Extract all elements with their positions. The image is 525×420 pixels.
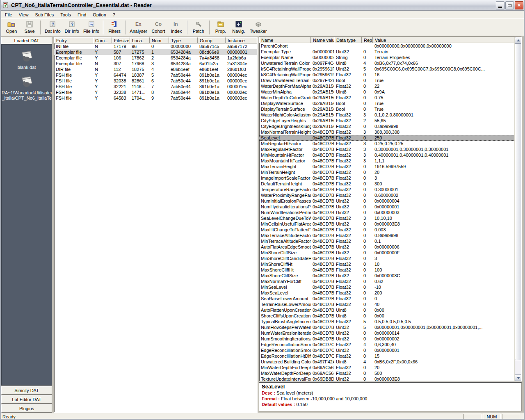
scroll-up-button[interactable] bbox=[515, 37, 522, 43]
menu-item[interactable]: ? bbox=[110, 11, 119, 18]
table-row[interactable]: Unwatered Building Color 0x497F42A4 Uint… bbox=[259, 359, 515, 365]
index-button[interactable]: In Index bbox=[167, 20, 185, 35]
table-row[interactable]: WaterDepthToColorGradientF... 0x29AB15C2… bbox=[259, 95, 515, 100]
table-row[interactable]: DisplayWaterSurface 0x29AB15C3 Bool 0 Tr… bbox=[259, 100, 515, 106]
table-row[interactable]: MaxMountainHtFactor 0x48CD7B25 Float32 3… bbox=[259, 158, 515, 164]
loaded-dat-item[interactable]: blank dat bbox=[2, 50, 52, 70]
table-row[interactable]: FSH file Y 32338 1471... 8 7ab50e44 891b… bbox=[54, 89, 257, 95]
table-row[interactable]: NumFlowStepsPerWaterErosi... 0x48CD7BF1 … bbox=[259, 324, 515, 330]
menu-item[interactable]: Sub Files bbox=[32, 11, 57, 18]
table-row[interactable]: DefaultTerrainHeight 0x48CD7B2A Float32 … bbox=[259, 181, 515, 187]
table-row[interactable]: ParentCohort 0x00000000,0x00000000,0x000… bbox=[259, 43, 515, 49]
sidebar-button[interactable]: Lot Editor DAT bbox=[1, 395, 52, 404]
table-row[interactable]: CityEdgeBrightnessKludgeFa... 0x29AB15C7… bbox=[259, 123, 515, 129]
table-row[interactable]: NumInitialErosionPasses 0x48CD7B40 Uint3… bbox=[259, 198, 515, 204]
table-row[interactable]: MaxTerraceAltitudeFactor 0x48CD7B52 Floa… bbox=[259, 233, 515, 238]
table-row[interactable]: TextureUpdateIntervalForTerr... 0x69DB8D… bbox=[259, 376, 515, 381]
table-row[interactable]: AutoFlattenUponCreation 0x48CD7B80 Uint8… bbox=[259, 307, 515, 313]
analyser-button[interactable]: Ex Analyser bbox=[128, 20, 149, 35]
restore-button[interactable] bbox=[505, 1, 514, 9]
table-row[interactable]: MaxNormalTerrainHeight 0x48CD7B20 Float3… bbox=[259, 129, 515, 135]
table-row[interactable]: NumWaterErosionIterationsP... 0x48CD7BF2… bbox=[259, 330, 515, 336]
table-row[interactable]: Unwatered Terrain Color 0x097F4C4E Uint8… bbox=[259, 60, 515, 66]
column-header[interactable]: Instance bbox=[226, 37, 257, 43]
menu-item[interactable]: Find bbox=[74, 11, 89, 18]
table-row[interactable]: MinRegularHtFactor 0x48CD7B22 Float32 3 … bbox=[259, 141, 515, 146]
table-row[interactable]: TemperatureRangeFactor 0x48CD7B30 Float3… bbox=[259, 187, 515, 192]
table-row[interactable]: MinShoreCliffSize 0x48CD7B60 Uint32 0 0x… bbox=[259, 250, 515, 256]
patch-button[interactable]: Patch bbox=[189, 20, 208, 35]
vertical-scrollbar[interactable] bbox=[514, 37, 521, 381]
table-row[interactable]: FSH file Y 32221 1148... 7 7ab50e44 891b… bbox=[54, 84, 257, 89]
cohort-button[interactable]: Co Cohort bbox=[149, 20, 167, 35]
table-row[interactable]: SeaLevel 0x48CD7B21 Float32 0 250 bbox=[259, 135, 515, 141]
column-header[interactable]: Name value bbox=[311, 37, 334, 43]
dir-info-button[interactable]: ? Dir Info bbox=[63, 20, 81, 35]
table-row[interactable]: MinWaterDepthForDeepSea... 0x69AC5640 Fl… bbox=[259, 365, 515, 370]
column-header[interactable]: Name bbox=[259, 37, 311, 43]
open-button[interactable]: Open bbox=[2, 20, 21, 35]
table-row[interactable]: TypicalBrushAngleIncrement 0x48CD7BA0 Fl… bbox=[259, 319, 515, 324]
menu-item[interactable]: Tools bbox=[57, 11, 74, 18]
table-row[interactable]: SeaLevelChangeDueToWate... 0x48CD7B43 Fl… bbox=[259, 215, 515, 221]
table-row[interactable]: MinTerrainHeight 0x48CD7B27 Float32 0 20 bbox=[259, 169, 515, 175]
column-header[interactable]: Com... bbox=[93, 37, 112, 43]
column-header[interactable]: Filesize bbox=[112, 37, 130, 43]
table-row[interactable]: NumHydraulicIterationsPerIniti... 0x48CD… bbox=[259, 204, 515, 210]
table-row[interactable]: WaterDepthForMaxAlpha 0x29AB15C0 Float32… bbox=[259, 83, 515, 89]
table-row[interactable]: DIR file N 112 18275 4 e86b1eef e86b1eef… bbox=[54, 66, 257, 72]
table-row[interactable]: MaxSeaLevel 0x48CD7B71 Float32 0 200 bbox=[259, 290, 515, 296]
table-row[interactable]: NumWindIterationsPerInitialEr... 0x48CD7… bbox=[259, 210, 515, 215]
table-row[interactable]: MaxHtChangeToFlattenFactor 0x48CD7B51 Fl… bbox=[259, 227, 515, 233]
table-row[interactable]: kSC4RetainingWallProperty... 0x295961F2 … bbox=[259, 66, 515, 72]
column-header[interactable]: Type bbox=[169, 37, 198, 43]
table-row[interactable]: AutoFlatAreaEdgeSmootheni... 0x48CD7B54 … bbox=[259, 244, 515, 250]
table-row[interactable]: INI file N 17179 96 0 00000000 8a5971c5 … bbox=[54, 43, 257, 49]
table-row[interactable]: Exemplar Name 0x00000020 String 0 Terrai… bbox=[259, 55, 515, 60]
sidebar-button[interactable]: Plugins bbox=[1, 404, 52, 413]
filters-button[interactable]: Filters bbox=[105, 20, 123, 35]
table-row[interactable]: DisplayTerrainSurface 0x29AB15C4 Bool 0 … bbox=[259, 106, 515, 112]
table-row[interactable]: ShoreCliffsUponCreation 0x48CD7B81 Uint8… bbox=[259, 313, 515, 319]
close-button[interactable]: × bbox=[515, 1, 523, 9]
table-row[interactable]: MinShoreCliffCandidateHt 0x48CD7B61 Floa… bbox=[259, 256, 515, 261]
save-button[interactable]: Save bbox=[21, 20, 39, 35]
table-row[interactable]: MaxWaterDepthForDeepSea... 0x69AC5641 Fl… bbox=[259, 370, 515, 376]
table-row[interactable]: TerrainRaiseLowerAmount 0x48CD7B73 Float… bbox=[259, 301, 515, 307]
menu-item[interactable]: View bbox=[16, 11, 32, 18]
dat-info-button[interactable]: ? Dat Info bbox=[43, 20, 63, 35]
table-row[interactable]: kSC4RetainingWallProperty... 0x295961F3 … bbox=[259, 72, 515, 78]
table-row[interactable]: Draw Unwatered Terrain Cell ... 0x297F42… bbox=[259, 78, 515, 83]
navigator-button[interactable]: Navig. bbox=[230, 20, 248, 35]
loaded-dat-item[interactable]: RA~1\Wanadoo\Utilisateu _Italia\CPT_No6_… bbox=[2, 76, 52, 101]
column-header[interactable]: Group bbox=[198, 37, 226, 43]
table-row[interactable]: WaterNightColorAdjustment 0x29AB15C5 Flo… bbox=[259, 112, 515, 118]
table-row[interactable]: MinSeaLevel 0x48CD7B70 Float32 0 -10 bbox=[259, 284, 515, 290]
column-header[interactable]: Value bbox=[373, 37, 515, 43]
column-header[interactable]: Rep bbox=[362, 37, 373, 43]
table-row[interactable]: MinTerraceAltitudeFactor 0x48CD7B53 Floa… bbox=[259, 238, 515, 244]
table-row[interactable]: CityEdgeLayerHeights 0x29AB15C6 Float32 … bbox=[259, 118, 515, 123]
table-row[interactable]: EdgeReconcilliationHtDiffere... 0x48CD7C… bbox=[259, 353, 515, 359]
table-row[interactable]: FSH file Y 32038 82861 6 7ab50e44 891b0e… bbox=[54, 78, 257, 84]
table-row[interactable]: EdgeReconcilliationSmoothin... 0x48CD7C0… bbox=[259, 342, 515, 347]
table-row[interactable]: SeaRaiseLowerAmount 0x48CD7B72 Float32 0… bbox=[259, 296, 515, 301]
table-row[interactable]: Exemplar file Y 587 17275 1 6534284a 88c… bbox=[54, 49, 257, 55]
scroll-down-button[interactable] bbox=[515, 374, 522, 381]
column-header[interactable]: Num bbox=[150, 37, 169, 43]
table-row[interactable]: MaxShoreCliffHt 0x48CD7B63 Float32 0 100 bbox=[259, 267, 515, 273]
table-row[interactable]: EdgeReconcilliationSmoothin... 0x48CD7C0… bbox=[259, 347, 515, 353]
table-row[interactable]: Exemplar file Y 106 17862 2 6534284a 7a4… bbox=[54, 55, 257, 61]
menu-item[interactable]: File bbox=[2, 11, 16, 18]
file-info-button[interactable]: ? File Info bbox=[81, 20, 101, 35]
table-row[interactable]: Exemplar Type 0x00000010 Uint32 0 Terrai… bbox=[259, 49, 515, 55]
properties-button[interactable]: Prop. bbox=[212, 20, 230, 35]
table-row[interactable]: MinCellsInUsefulFlatArea 0x48CD7B50 Uint… bbox=[259, 221, 515, 227]
table-row[interactable]: MaxTerrainHeight 0x48CD7B26 Float32 0 19… bbox=[259, 164, 515, 169]
menu-item[interactable]: Option bbox=[89, 11, 109, 18]
tweaker-button[interactable]: Tweaker bbox=[248, 20, 269, 35]
minimize-button[interactable] bbox=[496, 1, 504, 9]
sidebar-button[interactable]: Simcity DAT bbox=[1, 386, 52, 395]
table-row[interactable]: MaxShoreCliffSize 0x48CD7B64 Uint32 0 0x… bbox=[259, 273, 515, 278]
table-row[interactable]: WaterMinAlpha 0x29AB15C1 Uint8 0 0x9A bbox=[259, 89, 515, 95]
